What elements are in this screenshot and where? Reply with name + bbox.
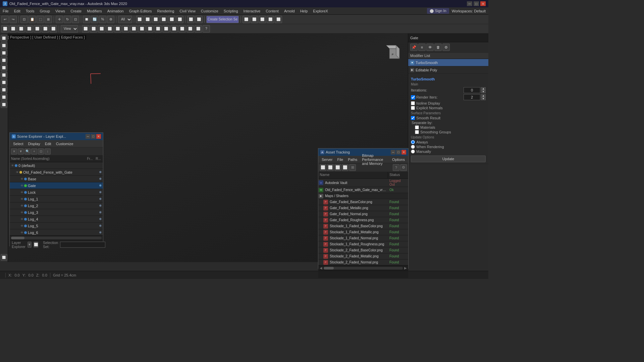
toolbar2-btn17[interactable]: ⬜ bbox=[154, 25, 162, 33]
view-dropdown[interactable]: View bbox=[61, 25, 78, 33]
select-name-button[interactable]: 📋 bbox=[29, 16, 36, 23]
toolbar2-btn8[interactable]: ⬜ bbox=[82, 25, 89, 33]
toolbar2-btn14[interactable]: ⬜ bbox=[130, 25, 138, 33]
at-row-main-file[interactable]: M Old_Faded_Fence_with_Gate_max_vray.max… bbox=[318, 187, 408, 193]
at-btn-grid[interactable]: ⊞ bbox=[349, 164, 356, 171]
explorer-status-btn1[interactable]: ▼ bbox=[28, 242, 32, 248]
materials-check[interactable] bbox=[415, 125, 419, 129]
toolbar2-btn15[interactable]: ⬜ bbox=[138, 25, 146, 33]
update-button[interactable]: Update bbox=[411, 156, 486, 162]
left-btn8[interactable]: ⬜ bbox=[1, 86, 7, 93]
at-row-map-10[interactable]: P Stockade_2_Faded_Metallic.png Found bbox=[318, 253, 408, 259]
schematic-button[interactable]: ⬜ bbox=[195, 16, 203, 23]
align-view-button[interactable]: ⬜ bbox=[152, 16, 159, 23]
at-row-map-4[interactable]: P Gate_Faded_Roughness.png Found bbox=[318, 217, 408, 223]
material-editor-button[interactable]: ⬜ bbox=[267, 16, 274, 23]
smooth-result-check[interactable] bbox=[411, 116, 415, 120]
at-btn2[interactable]: ⬜ bbox=[327, 164, 334, 171]
exp-close-btn[interactable]: ✕ bbox=[11, 148, 17, 155]
render-frame-button[interactable]: ⬜ bbox=[251, 16, 258, 23]
toolbar2-btn2[interactable]: ⬜ bbox=[9, 25, 17, 33]
left-btn4[interactable]: ⬜ bbox=[1, 57, 7, 64]
explorer-item-default[interactable]: 👁 0 (default) bbox=[10, 162, 103, 169]
percent-snap-button[interactable]: % bbox=[99, 16, 106, 23]
at-row-maps-group[interactable]: ▶ Maps / Shaders bbox=[318, 193, 408, 199]
explorer-item-log3[interactable]: 👁 Log_3 ❄ bbox=[10, 209, 103, 216]
mod-show-button[interactable]: 👁 bbox=[426, 44, 434, 51]
left-btn7[interactable]: ⬜ bbox=[1, 79, 7, 86]
at-maximize[interactable]: □ bbox=[396, 150, 401, 155]
at-row-map-3[interactable]: P Gate_Faded_Normal.png Found bbox=[318, 211, 408, 217]
at-btn4[interactable]: ⬜ bbox=[342, 164, 348, 171]
at-menu-file[interactable]: File bbox=[335, 157, 345, 162]
explorer-minimize[interactable]: ─ bbox=[86, 134, 90, 139]
menu-modifiers[interactable]: Modifiers bbox=[84, 8, 105, 14]
mod-pin-button[interactable]: 📌 bbox=[410, 44, 418, 51]
explorer-item-log1[interactable]: 👁 Log_1 ❄ bbox=[10, 196, 103, 202]
left-btn10[interactable]: ⬜ bbox=[1, 101, 7, 108]
left-btn2[interactable]: ⬜ bbox=[1, 42, 7, 49]
menu-file[interactable]: File bbox=[0, 8, 11, 14]
place-highlight-button[interactable]: ⬜ bbox=[168, 16, 175, 23]
menu-animation[interactable]: Animation bbox=[105, 8, 126, 14]
left-btn3[interactable]: ⬜ bbox=[1, 50, 7, 56]
exp-select[interactable]: Select bbox=[11, 141, 25, 146]
exp-search-btn[interactable]: 🔍 bbox=[24, 148, 31, 155]
at-btn1[interactable]: ⬜ bbox=[320, 164, 326, 171]
menu-customize[interactable]: Customize bbox=[198, 8, 221, 14]
left-btn6[interactable]: ⬜ bbox=[1, 72, 7, 78]
angle-snap-button[interactable]: 🔄 bbox=[91, 16, 98, 23]
normal-align-button[interactable]: ⬜ bbox=[160, 16, 167, 23]
at-menu-server[interactable]: Server bbox=[320, 157, 334, 162]
explorer-status-btn2[interactable]: ⬜ bbox=[34, 242, 38, 248]
object-search[interactable] bbox=[408, 34, 488, 42]
filter-dropdown[interactable]: All bbox=[118, 16, 132, 23]
exp-copy-btn[interactable]: ⊡ bbox=[38, 148, 44, 155]
explorer-item-log6[interactable]: 👁 Log_6 ❄ bbox=[10, 229, 103, 235]
manually-radio[interactable] bbox=[411, 149, 415, 154]
align-camera-button[interactable]: ⬜ bbox=[176, 16, 183, 23]
at-row-map-9[interactable]: P Stockade_2_Faded_BaseColor.png Found bbox=[318, 247, 408, 253]
mod-stack-button[interactable]: ≡ bbox=[418, 44, 426, 51]
spinner-snap-button[interactable]: ⚙ bbox=[107, 16, 114, 23]
menu-graph-editors[interactable]: Graph Editors bbox=[126, 8, 155, 14]
menu-help[interactable]: Help bbox=[298, 8, 311, 14]
at-row-map-5[interactable]: P Stockade_1_Faded_BaseColor.png Found bbox=[318, 223, 408, 229]
menu-arnold[interactable]: Arnold bbox=[281, 8, 298, 14]
toolbar2-btn21[interactable]: ⬜ bbox=[186, 25, 194, 33]
explorer-item-fence-main[interactable]: 👁 Old_Faded_Fence_with_Gate ❄ bbox=[10, 169, 103, 176]
exp-edit[interactable]: Edit bbox=[43, 141, 53, 146]
menu-rendering[interactable]: Rendering bbox=[155, 8, 177, 14]
at-path-input[interactable] bbox=[318, 271, 408, 278]
render-setup-button[interactable]: ⬜ bbox=[243, 16, 250, 23]
explorer-body[interactable]: 👁 0 (default) 👁 Old_Faded_Fence_with_Gat… bbox=[10, 162, 103, 235]
sign-in-button[interactable]: ⬤ Sign In bbox=[427, 8, 449, 14]
explorer-item-lock[interactable]: 👁 Lock ❄ bbox=[10, 189, 103, 196]
render-button[interactable]: ⬜ bbox=[259, 16, 266, 23]
menu-interactive[interactable]: Interactive bbox=[241, 8, 263, 14]
move-button[interactable]: ✛ bbox=[56, 16, 63, 23]
render-iters-up[interactable]: ▲ bbox=[481, 94, 486, 97]
viewport-cube[interactable]: P bbox=[384, 44, 405, 64]
always-radio[interactable] bbox=[411, 140, 415, 144]
at-row-map-7[interactable]: P Stockade_1_Faded_Normal.png Found bbox=[318, 235, 408, 241]
crossing-button[interactable]: ⊞ bbox=[45, 16, 52, 23]
at-scroll-right[interactable]: ▶ bbox=[404, 266, 407, 270]
left-btn1[interactable]: ⬜ bbox=[1, 35, 7, 42]
at-row-map-2[interactable]: P Gate_Faded_Metallic.png Found bbox=[318, 205, 408, 211]
close-button[interactable]: ✕ bbox=[480, 1, 486, 6]
render-iters-down[interactable]: ▼ bbox=[481, 97, 486, 100]
at-row-map-1[interactable]: P Gate_Faded_BaseColor.png Found bbox=[318, 199, 408, 205]
menu-create[interactable]: Create bbox=[68, 8, 84, 14]
scene-explorer-titlebar[interactable]: S Scene Explorer - Layer Expl... ─ □ ✕ bbox=[10, 133, 103, 140]
rotate-button[interactable]: ↻ bbox=[64, 16, 71, 23]
explorer-item-gate[interactable]: 👁 Gate ❄ bbox=[10, 182, 103, 189]
at-minimize[interactable]: ─ bbox=[391, 150, 395, 155]
iterations-input[interactable] bbox=[464, 87, 480, 93]
toolbar2-btn13[interactable]: ⬜ bbox=[122, 25, 129, 33]
exp-filter-btn[interactable]: ▼ bbox=[18, 148, 24, 155]
toolbar2-btn10[interactable]: ⬜ bbox=[98, 25, 105, 33]
create-selection-button[interactable]: Create Selection Se bbox=[206, 16, 239, 23]
toolbar2-btn4[interactable]: ⬜ bbox=[25, 25, 33, 33]
left-btn5[interactable]: ⬜ bbox=[1, 64, 7, 71]
